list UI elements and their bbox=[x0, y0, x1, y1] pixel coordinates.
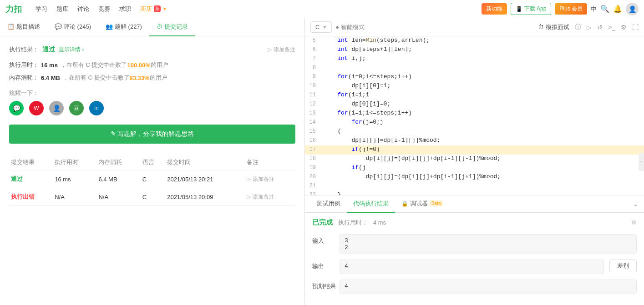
nav-jobs[interactable]: 求职 bbox=[115, 0, 136, 18]
left-tab-bar: 📋 题目描述 💬 评论 (245) 👥 题解 (227) ⏱ 提交记录 bbox=[0, 18, 304, 36]
result-detail-link[interactable]: 显示详情 › bbox=[59, 46, 84, 54]
collapse-arrow: › bbox=[640, 159, 642, 164]
tab-debugger[interactable]: 🔒 调试器 Beta bbox=[395, 195, 449, 213]
write-solution-button[interactable]: ✎ 写题解，分享我的解题思路 bbox=[9, 125, 295, 144]
diff-button[interactable]: 差别 bbox=[609, 260, 637, 272]
input-section: 输入 32 bbox=[312, 234, 637, 254]
tab-description[interactable]: 📋 题目描述 bbox=[0, 18, 47, 36]
code-line-14: 14 for(j=0;j bbox=[305, 118, 644, 127]
line-content-14: for(j=0;j bbox=[323, 119, 644, 125]
new-feature-button[interactable]: 新功能 bbox=[482, 3, 507, 15]
main-layout: 📋 题目描述 💬 评论 (245) 👥 题解 (227) ⏱ 提交记录 执行结果… bbox=[0, 18, 644, 305]
wechat-share-button[interactable]: 💬 bbox=[9, 101, 24, 115]
renren-icon: 👤 bbox=[53, 105, 61, 112]
bottom-panel-collapse[interactable]: ⌄ bbox=[633, 200, 639, 208]
expected-section: 预期结果 4 bbox=[312, 280, 637, 294]
right-panel-collapse[interactable]: › bbox=[639, 153, 644, 171]
submission-status-0[interactable]: 通过 bbox=[11, 175, 23, 182]
linkedin-share-button[interactable]: in bbox=[89, 101, 104, 115]
smart-mode-indicator: ● 智能模式 bbox=[335, 23, 364, 31]
submission-status-1[interactable]: 执行出错 bbox=[11, 193, 35, 200]
mem-percent: 93.33% bbox=[130, 75, 150, 81]
bell-icon[interactable]: 🔔 bbox=[613, 5, 622, 13]
submission-time-1: N/A bbox=[53, 188, 96, 206]
lang-switch[interactable]: 中 bbox=[591, 5, 597, 13]
line-content-11: for(i=1;i bbox=[323, 91, 644, 98]
right-panel: C ▼ ● 智能模式 ⏱ 模拟面试 ⓘ ▷ ↺ >_ ⚙ ⛶ 5 int len… bbox=[305, 18, 644, 305]
linkedin-icon: in bbox=[94, 105, 98, 111]
submission-memory-0: 6.4 MB bbox=[96, 170, 140, 188]
console-icon[interactable]: >_ bbox=[608, 24, 615, 31]
col-header-note: 备注 bbox=[245, 155, 295, 170]
line-content-16: dp[i][j]=dp[i-1][j]%mood; bbox=[323, 137, 644, 144]
reset-icon[interactable]: ↺ bbox=[597, 24, 603, 31]
code-editor[interactable]: 5 int len=Min(steps,arrLen);6 int dp[ste… bbox=[305, 36, 644, 195]
language-selector[interactable]: C ▼ bbox=[310, 21, 332, 33]
time-desc: ，在所有 C 提交中击败了 bbox=[61, 61, 127, 69]
exec-time-value: 4 ms bbox=[373, 219, 386, 226]
left-content: 执行结果： 通过 显示详情 › ▷ 添加备注 执行用时： 16 ms ，在所有 … bbox=[0, 36, 304, 305]
wechat-icon: 💬 bbox=[13, 105, 20, 112]
weibo-share-button[interactable]: W bbox=[29, 101, 44, 115]
nav-learn[interactable]: 学习 bbox=[31, 0, 52, 18]
download-app-button[interactable]: 📱 下载 App bbox=[511, 3, 552, 15]
nav-shop[interactable]: 商店 荐 ▼ bbox=[136, 0, 172, 18]
fullscreen-icon[interactable]: ⛶ bbox=[632, 24, 639, 31]
tab-submissions[interactable]: ⏱ 提交记录 bbox=[149, 18, 195, 36]
comments-tab-icon: 💬 bbox=[55, 23, 62, 30]
code-line-21: 21 bbox=[305, 182, 644, 191]
add-note-flag-icon: ▷ bbox=[268, 46, 272, 53]
line-number-21: 21 bbox=[305, 182, 323, 189]
submission-row-0: 通过 16 ms 6.4 MB C 2021/05/13 20:21 ▷ 添加备… bbox=[9, 170, 295, 188]
douban-icon: 豆 bbox=[74, 105, 79, 112]
add-note-header[interactable]: ▷ 添加备注 bbox=[268, 46, 295, 54]
line-number-5: 5 bbox=[305, 37, 323, 44]
code-line-13: 13 for(i=1;i<=steps;i++) bbox=[305, 109, 644, 118]
run-icon[interactable]: ▷ bbox=[587, 24, 592, 31]
share-label: 炫耀一下： bbox=[9, 89, 295, 97]
settings-icon[interactable]: ⚙ bbox=[621, 24, 627, 31]
result-label: 执行结果： bbox=[9, 45, 39, 54]
tab-code-result[interactable]: 代码执行结果 bbox=[347, 195, 395, 213]
mem-value: 6.4 MB bbox=[41, 75, 60, 81]
line-number-12: 12 bbox=[305, 100, 323, 107]
col-header-submit-time: 提交时间 bbox=[165, 155, 245, 170]
tab-solutions[interactable]: 👥 题解 (227) bbox=[98, 18, 149, 36]
col-header-lang: 语言 bbox=[141, 155, 166, 170]
line-content-7: int i,j; bbox=[323, 55, 644, 62]
result-settings-icon[interactable]: ⚙ bbox=[631, 219, 637, 226]
code-line-9: 9 for(i=0;i<=steps;i++) bbox=[305, 73, 644, 82]
plus-member-button[interactable]: Plus 会员 bbox=[555, 3, 587, 15]
mock-interview-button[interactable]: ⏱ 模拟面试 bbox=[538, 23, 569, 31]
tab-testcase[interactable]: 测试用例 bbox=[310, 195, 347, 213]
share-section: 炫耀一下： 💬 W 👤 豆 in bbox=[9, 89, 295, 115]
input-label: 输入 bbox=[312, 234, 340, 245]
nav-problems[interactable]: 题库 bbox=[52, 0, 73, 18]
avatar[interactable]: 👤 bbox=[626, 3, 639, 15]
submission-lang-0: C bbox=[141, 170, 166, 188]
mem-stat-row: 内存消耗： 6.4 MB ，在所有 C 提交中击败了 93.33% 的用户 bbox=[9, 74, 295, 82]
completed-header: 已完成 执行用时： 4 ms ⚙ bbox=[312, 218, 637, 227]
douban-share-button[interactable]: 豆 bbox=[69, 101, 84, 115]
add-note-btn-0[interactable]: ▷ 添加备注 bbox=[247, 175, 294, 183]
search-icon[interactable]: 🔍 bbox=[600, 5, 609, 13]
add-note-btn-1[interactable]: ▷ 添加备注 bbox=[247, 193, 294, 201]
shop-dropdown-icon: ▼ bbox=[162, 6, 167, 11]
line-number-8: 8 bbox=[305, 64, 323, 71]
line-number-6: 6 bbox=[305, 46, 323, 53]
renren-share-button[interactable]: 👤 bbox=[49, 101, 64, 115]
line-number-14: 14 bbox=[305, 119, 323, 125]
info-icon[interactable]: ⓘ bbox=[575, 23, 581, 31]
result-header: 执行结果： 通过 显示详情 › ▷ 添加备注 bbox=[9, 45, 295, 54]
output-label: 输出 bbox=[312, 260, 340, 270]
col-header-memory: 内存消耗 bbox=[96, 155, 140, 170]
col-header-time: 执行用时 bbox=[53, 155, 96, 170]
code-line-15: 15 { bbox=[305, 127, 644, 136]
mem-label: 内存消耗： bbox=[9, 74, 41, 82]
code-line-11: 11 for(i=1;i bbox=[305, 91, 644, 100]
tab-comments[interactable]: 💬 评论 (245) bbox=[47, 18, 98, 36]
nav-contest[interactable]: 竞赛 bbox=[94, 0, 115, 18]
submission-memory-1: N/A bbox=[96, 188, 140, 206]
nav-discuss[interactable]: 讨论 bbox=[73, 0, 94, 18]
line-number-19: 19 bbox=[305, 164, 323, 171]
